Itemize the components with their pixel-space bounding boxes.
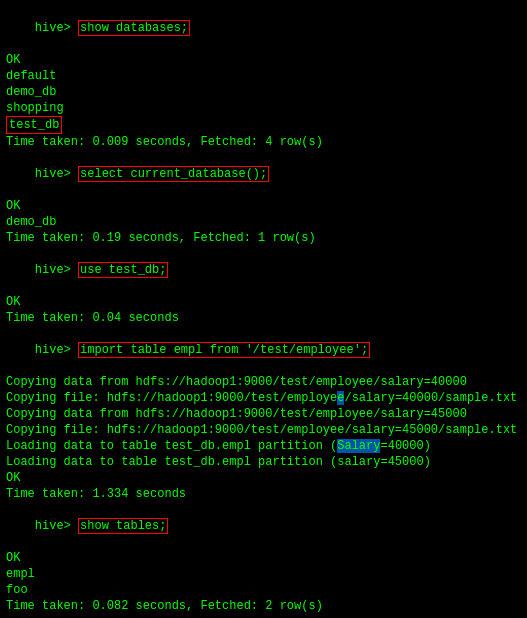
line-copy-2: Copying data from hdfs://hadoop1:9000/te… bbox=[6, 406, 521, 422]
line-time-3: Time taken: 0.04 seconds bbox=[6, 310, 521, 326]
line-time-1: Time taken: 0.009 seconds, Fetched: 4 ro… bbox=[6, 134, 521, 150]
prompt-2: hive> bbox=[35, 167, 78, 181]
cmd-show-tables: show tables; bbox=[78, 518, 168, 534]
line-time-5: Time taken: 0.082 seconds, Fetched: 2 ro… bbox=[6, 598, 521, 614]
line-6: hive> desc empl; bbox=[6, 614, 521, 618]
cmd-import: import table empl from '/test/employee'; bbox=[78, 342, 370, 358]
cmd-use-testdb: use test_db; bbox=[78, 262, 168, 278]
prompt-4: hive> bbox=[35, 343, 78, 357]
line-test-db: test_db bbox=[6, 116, 521, 134]
line-demo-db: demo_db bbox=[6, 84, 521, 100]
cmd-show-databases: show databases; bbox=[78, 20, 190, 36]
prompt-3: hive> bbox=[35, 263, 78, 277]
line-copy-file-2: Copying file: hdfs://hadoop1:9000/test/e… bbox=[6, 422, 521, 438]
line-ok-3: OK bbox=[6, 294, 521, 310]
prompt-5: hive> bbox=[35, 519, 78, 533]
line-demo-db-2: demo_db bbox=[6, 214, 521, 230]
line-4: hive> import table empl from '/test/empl… bbox=[6, 326, 521, 374]
line-5: hive> show tables; bbox=[6, 502, 521, 550]
line-ok-4: OK bbox=[6, 470, 521, 486]
line-default: default bbox=[6, 68, 521, 84]
line-3: hive> use test_db; bbox=[6, 246, 521, 294]
line-empl: empl bbox=[6, 566, 521, 582]
line-1: hive> show databases; bbox=[6, 4, 521, 52]
line-load-2: Loading data to table test_db.empl parti… bbox=[6, 454, 521, 470]
prompt-1: hive> bbox=[35, 21, 78, 35]
blue-highlight-e: e bbox=[337, 391, 344, 405]
terminal: hive> show databases; OK default demo_db… bbox=[0, 0, 527, 618]
line-shopping: shopping bbox=[6, 100, 521, 116]
line-copy-file-1: Copying file: hdfs://hadoop1:9000/test/e… bbox=[6, 390, 521, 406]
test-db-box: test_db bbox=[6, 116, 62, 134]
line-ok-1: OK bbox=[6, 52, 521, 68]
line-time-2: Time taken: 0.19 seconds, Fetched: 1 row… bbox=[6, 230, 521, 246]
line-copy-1: Copying data from hdfs://hadoop1:9000/te… bbox=[6, 374, 521, 390]
line-time-4: Time taken: 1.334 seconds bbox=[6, 486, 521, 502]
line-load-1: Loading data to table test_db.empl parti… bbox=[6, 438, 521, 454]
line-2: hive> select current_database(); bbox=[6, 150, 521, 198]
line-foo: foo bbox=[6, 582, 521, 598]
line-ok-5: OK bbox=[6, 550, 521, 566]
blue-highlight-salary: Salary bbox=[337, 439, 380, 453]
cmd-select-db: select current_database(); bbox=[78, 166, 269, 182]
line-ok-2: OK bbox=[6, 198, 521, 214]
